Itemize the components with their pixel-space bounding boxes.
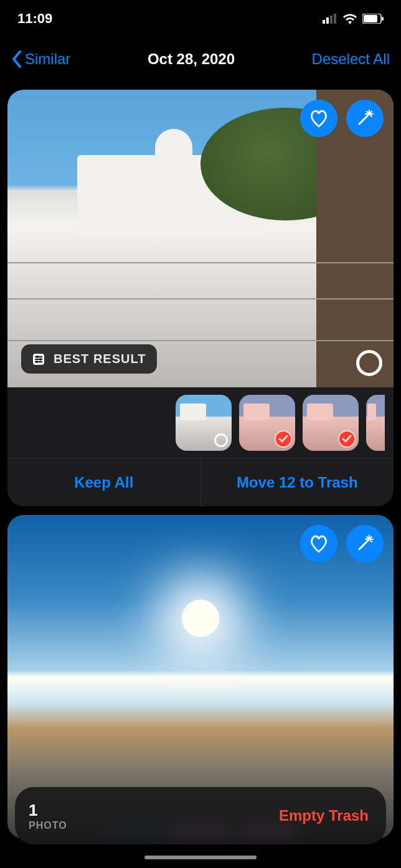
card-actions: Keep All Move 12 to Trash xyxy=(7,458,394,506)
trash-count: 1 PHOTO xyxy=(29,801,67,831)
heart-icon xyxy=(309,534,329,553)
status-bar: 11:09 xyxy=(0,0,401,37)
enhance-button[interactable] xyxy=(346,100,384,137)
thumbnail[interactable] xyxy=(366,395,385,451)
chevron-left-icon xyxy=(11,50,22,68)
heart-icon xyxy=(309,109,329,128)
keep-all-button[interactable]: Keep All xyxy=(7,459,201,506)
checkmark-icon xyxy=(275,430,292,448)
svg-point-13 xyxy=(35,361,38,363)
filter-icon xyxy=(32,353,45,366)
empty-trash-button[interactable]: Empty Trash xyxy=(279,807,369,824)
thumbnail[interactable] xyxy=(176,395,232,451)
best-result-label: BEST RESULT xyxy=(54,352,146,366)
battery-icon xyxy=(362,14,384,24)
thumbnail[interactable] xyxy=(303,395,359,451)
magic-wand-icon xyxy=(356,534,374,553)
svg-rect-3 xyxy=(334,14,336,24)
svg-rect-5 xyxy=(364,15,377,22)
checkmark-icon xyxy=(338,430,356,448)
svg-point-11 xyxy=(36,356,39,358)
home-indicator[interactable] xyxy=(144,856,257,859)
best-result-badge[interactable]: BEST RESULT xyxy=(21,344,157,374)
svg-rect-6 xyxy=(382,17,384,21)
status-time: 11:09 xyxy=(17,11,52,27)
svg-rect-0 xyxy=(323,20,325,24)
cellular-icon xyxy=(323,14,337,24)
hero-photo[interactable]: BEST RESULT xyxy=(7,90,394,387)
status-right xyxy=(323,13,384,24)
favorite-button[interactable] xyxy=(300,525,337,562)
trash-bar: 1 PHOTO Empty Trash xyxy=(15,787,386,844)
favorite-button[interactable] xyxy=(300,100,337,137)
trash-count-label: PHOTO xyxy=(29,820,67,831)
svg-rect-2 xyxy=(330,16,333,24)
magic-wand-icon xyxy=(356,109,374,128)
selection-ring-icon xyxy=(214,433,228,447)
back-label: Similar xyxy=(25,50,70,68)
move-to-trash-button[interactable]: Move 12 to Trash xyxy=(201,459,394,506)
wifi-icon xyxy=(342,13,357,24)
trash-count-number: 1 xyxy=(29,801,67,820)
enhance-button[interactable] xyxy=(346,525,384,562)
thumbnail-strip[interactable] xyxy=(7,387,394,458)
svg-point-12 xyxy=(39,358,42,361)
svg-rect-1 xyxy=(326,17,329,24)
photo-group-card: BEST RESULT Keep All Move 12 to Trash xyxy=(7,90,394,506)
thumbnail[interactable] xyxy=(239,395,295,451)
page-title: Oct 28, 2020 xyxy=(148,50,235,68)
selection-ring-icon[interactable] xyxy=(356,350,382,376)
back-button[interactable]: Similar xyxy=(11,50,70,68)
nav-bar: Similar Oct 28, 2020 Deselect All xyxy=(0,37,401,81)
deselect-all-button[interactable]: Deselect All xyxy=(312,50,390,68)
